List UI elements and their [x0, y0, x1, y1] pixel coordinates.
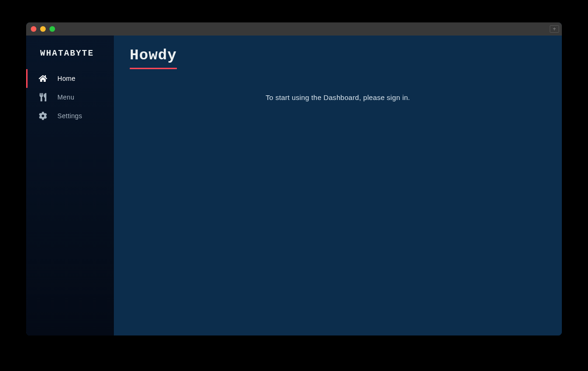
app-window: + WHATABYTE Home Menu [26, 22, 562, 335]
app-body: WHATABYTE Home Menu [26, 36, 562, 335]
home-icon [39, 74, 47, 83]
window-titlebar: + [26, 22, 562, 36]
sidebar-item-label: Home [57, 75, 76, 82]
gear-icon [39, 112, 47, 120]
traffic-lights [31, 26, 55, 32]
page-title: Howdy [130, 47, 177, 69]
window-minimize-button[interactable] [40, 26, 46, 32]
sidebar: WHATABYTE Home Menu [26, 36, 114, 335]
app-logo: WHATABYTE [26, 36, 114, 69]
signin-prompt: To start using the Dashboard, please sig… [130, 93, 546, 101]
sidebar-item-label: Settings [57, 112, 82, 120]
sidebar-item-settings[interactable]: Settings [26, 107, 114, 125]
new-tab-button[interactable]: + [550, 25, 559, 33]
sidebar-item-home[interactable]: Home [26, 69, 114, 88]
window-close-button[interactable] [31, 26, 36, 32]
sidebar-item-label: Menu [57, 93, 74, 101]
sidebar-item-menu[interactable]: Menu [26, 88, 114, 107]
main-content: Howdy To start using the Dashboard, plea… [114, 36, 562, 335]
nav-list: Home Menu Settings [26, 69, 114, 125]
utensils-icon [39, 93, 47, 101]
window-maximize-button[interactable] [49, 26, 55, 32]
